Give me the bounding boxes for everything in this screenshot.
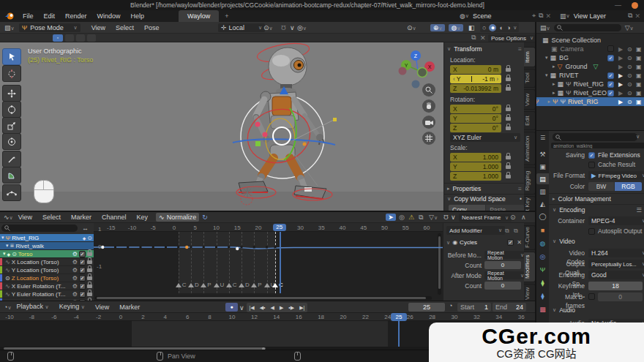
shading-material-icon[interactable]: ◐ xyxy=(499,24,503,31)
menu-view[interactable]: View xyxy=(86,22,111,34)
before-count-field[interactable]: 0 xyxy=(484,261,521,269)
current-frame-tag[interactable]: 25 xyxy=(391,313,407,321)
channel-search-input[interactable] xyxy=(1,225,78,232)
camera-view-button[interactable] xyxy=(422,116,435,129)
eye-icon[interactable]: ⊙ xyxy=(12,251,17,257)
new-scene-icon[interactable]: ⧉ xyxy=(539,12,543,20)
wrench-icon[interactable]: ⚙ xyxy=(72,251,78,257)
lock-icon[interactable] xyxy=(506,78,511,81)
channel-group-torso[interactable]: ▾◆ ⊙ Torso ⚙✓ xyxy=(0,250,94,258)
play-button[interactable]: ▶ xyxy=(277,303,285,312)
new-layer-icon[interactable]: ⧉ xyxy=(628,12,632,20)
scale-x-field[interactable]: X1.000 xyxy=(450,153,501,162)
use-preview-range-icon[interactable]: ◔ xyxy=(449,302,452,309)
filter-funnel-icon[interactable]: ▽∨ xyxy=(429,214,438,221)
channel-filter-icon[interactable]: ↔ xyxy=(82,225,89,232)
tab-animation[interactable]: Animation xyxy=(524,132,535,165)
lock-icon[interactable] xyxy=(87,276,92,280)
rotation-z-field[interactable]: Z0° xyxy=(450,124,501,132)
color-bw-button[interactable]: BW xyxy=(588,182,614,191)
copy-world-space-header[interactable]: ∨Copy World Space • xyxy=(447,195,522,203)
add-modifier-dropdown[interactable]: Add Modifier∨ xyxy=(446,226,505,235)
shading-solid-icon[interactable]: ● xyxy=(489,24,496,31)
audio-header[interactable]: ∨Audio xyxy=(553,306,575,314)
before-mode-dropdown[interactable]: Repeat Motion∨ xyxy=(484,251,527,259)
expand-caret-icon[interactable]: ▸ xyxy=(548,99,551,105)
tab-view[interactable]: View xyxy=(524,89,535,110)
channel-enable-checkbox[interactable]: ✓ xyxy=(79,267,86,274)
workspace-tab-waylow[interactable]: Waylow xyxy=(179,10,219,22)
timeline-editor-icon[interactable]: ◔∨ xyxy=(4,303,12,311)
graph-ruler[interactable]: -15-10-5051015203035404550556025 xyxy=(94,223,443,232)
channel-x-euler[interactable]: ∿ X Euler Rotation (T... ⚙✓ xyxy=(0,282,94,290)
tab-view[interactable]: View xyxy=(524,284,535,301)
lock-icon[interactable] xyxy=(506,87,511,91)
location-z-field[interactable]: Z-0.013992 m xyxy=(450,84,501,93)
channel-enable-checkbox[interactable]: ✓ xyxy=(79,259,86,265)
lock-icon[interactable] xyxy=(87,284,92,288)
tab-physics-properties[interactable]: ◍ xyxy=(536,238,549,249)
properties-editor-icon[interactable]: ☰ xyxy=(536,132,549,143)
presets-icon[interactable]: ☰ xyxy=(636,206,642,214)
prev-keyframe-button[interactable]: ◀• xyxy=(257,303,268,312)
graph-editor-icon[interactable]: ∿∨ xyxy=(4,214,13,221)
timeline-view-menu[interactable]: View xyxy=(90,301,114,313)
wrench-icon[interactable]: ⚙ xyxy=(72,259,78,265)
rotation-y-field[interactable]: Y0° xyxy=(450,114,501,123)
tool-option-icon-2[interactable] xyxy=(76,34,85,42)
graph-marker-triangle[interactable] xyxy=(239,283,244,287)
tab-render-properties[interactable]: ▣ xyxy=(536,161,549,172)
expand-caret-icon[interactable]: ▸ xyxy=(553,81,555,87)
wrench-icon[interactable]: ⚙ xyxy=(72,283,78,290)
channel-y-location[interactable]: ∿ Y Location (Torso) ⚙✓ xyxy=(0,266,94,274)
select-cursor-icon[interactable]: ➤ xyxy=(386,214,396,221)
cursor-tool[interactable] xyxy=(2,65,21,82)
graph-marker-triangle[interactable] xyxy=(201,283,206,287)
outliner-row-rivet-rig-collection[interactable]: ▸ ▦ Ψ Rivet_RIG ✓ ▶⊙▣ xyxy=(536,80,644,88)
tab-armature-data-properties[interactable]: Ψ xyxy=(536,264,549,275)
channel-z-location-selected[interactable]: ⊙ Z Location (Torso) ⚙✓ xyxy=(0,274,94,282)
orientation-dropdown[interactable]: ✛ Local∨ xyxy=(218,23,265,32)
file-extensions-checkbox[interactable]: ✓File Extensions xyxy=(588,151,640,159)
outliner-row-camera[interactable]: ▣ Camera ▶⊙▣ xyxy=(536,45,644,53)
copy-screen-icon[interactable]: ⧉ xyxy=(419,214,423,222)
normalize-button[interactable]: ∿ Normalize xyxy=(156,213,199,222)
copy-world-button[interactable]: Copy World xyxy=(449,205,485,211)
tab-edit[interactable]: Edit xyxy=(524,111,535,130)
graph-canvas[interactable]: -15-10-5051015203035404550556025 1 0 -1 … xyxy=(94,223,443,301)
copy-modifier-icon[interactable]: ⧉ xyxy=(505,227,509,235)
next-keyframe-button[interactable]: •▶ xyxy=(286,303,297,312)
video-header[interactable]: ∨Video xyxy=(553,238,575,245)
menu-help[interactable]: Help xyxy=(126,10,150,22)
graph-marker-triangle[interactable] xyxy=(272,283,278,287)
keying-menu[interactable]: Keying ∨ xyxy=(54,301,90,313)
output-path-field[interactable]: animation_walking xyxy=(551,143,644,148)
menu-pose[interactable]: Pose xyxy=(139,22,165,34)
jump-to-start-button[interactable]: |◀ xyxy=(247,303,257,312)
unlink-scene-icon[interactable]: ✕ xyxy=(545,12,551,20)
editor-type-icon[interactable]: ▧∨ xyxy=(4,24,15,31)
keyframe-interval-field[interactable]: 18 xyxy=(588,282,643,290)
curve-extrapolation-icon[interactable]: ∧ xyxy=(521,214,526,221)
pivot-icon[interactable]: ⊙ xyxy=(510,214,516,221)
auto-keying-record-button[interactable]: ● xyxy=(225,303,238,312)
max-bframes-field[interactable]: 0 xyxy=(598,293,643,301)
close-tool-settings-icon[interactable]: ✕ xyxy=(480,34,486,42)
tab-item[interactable]: Item xyxy=(524,47,535,67)
tab-screencast-key[interactable]: Screencast Key xyxy=(524,196,535,211)
lock-icon[interactable] xyxy=(506,117,511,121)
timeline-ruler[interactable]: -10-8-6-4-202468101214161820222426283032… xyxy=(0,313,535,321)
tab-output-properties-active[interactable]: ▤ xyxy=(536,173,549,184)
cache-result-checkbox[interactable]: Cache Result xyxy=(588,161,635,168)
modifier-enable-checkbox[interactable]: ✓ xyxy=(507,239,514,246)
scene-selector[interactable]: ◍∨ Scene ⌖ ⧉ ✕ xyxy=(460,12,551,20)
scale-z-field[interactable]: Z1.000 xyxy=(450,172,501,181)
lock-icon[interactable] xyxy=(87,293,92,296)
tab-tool-properties[interactable]: ⚒ xyxy=(536,148,549,159)
play-reverse-button[interactable]: ◀ xyxy=(268,303,277,312)
outliner-row-ground[interactable]: ▸ ▽ Ground ▽ ▶⊙▣ xyxy=(536,62,644,71)
pose-breakdowner-tool[interactable] xyxy=(2,184,21,201)
expand-caret-icon[interactable]: ▸ xyxy=(553,90,555,96)
xray-toggle-icon[interactable]: ◧ xyxy=(468,24,475,31)
view-layer-selector[interactable]: ▥∨ View Layer ⧉ ✕ xyxy=(560,12,640,20)
